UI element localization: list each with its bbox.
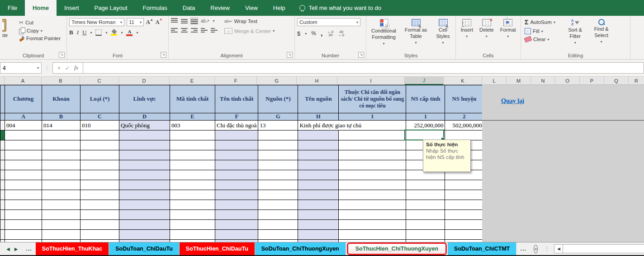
- back-link[interactable]: Quay lại: [501, 98, 524, 105]
- format-painter-button[interactable]: Format Painter: [18, 35, 62, 42]
- cell-ma-tinh-chat[interactable]: 003: [170, 121, 215, 130]
- number-dialog-launcher[interactable]: ↘: [358, 52, 364, 58]
- autosum-button[interactable]: Σ AutoSum ▾: [523, 18, 557, 26]
- align-top-button[interactable]: [171, 18, 178, 24]
- header-khoan[interactable]: Khoản: [42, 85, 80, 113]
- name-box[interactable]: 4 ▾: [0, 62, 42, 74]
- col-K[interactable]: K: [444, 77, 482, 85]
- align-bottom-button[interactable]: [191, 18, 198, 24]
- header-linh-vuc[interactable]: Lĩnh vực: [119, 85, 170, 113]
- active-cell-border[interactable]: [404, 130, 444, 140]
- tab-formulas[interactable]: Formulas: [135, 0, 175, 16]
- tab-view[interactable]: View: [237, 0, 265, 16]
- cell-ns-huyen[interactable]: 502,000,000: [445, 121, 483, 130]
- cell-loai[interactable]: 010: [80, 121, 119, 130]
- increase-decimal-button[interactable]: ←.0.00: [327, 30, 333, 37]
- bold-button[interactable]: B: [69, 29, 73, 36]
- delete-cells-button[interactable]: × Delete ▾: [477, 18, 496, 51]
- paste-button[interactable]: Paste ▾: [2, 19, 8, 43]
- conditional-formatting-button[interactable]: ≠ Conditional Formatting ▾: [368, 18, 400, 51]
- sheet-tab-sodutoan-chidautu[interactable]: SoDuToan_ChiDauTu: [109, 242, 180, 255]
- decrease-decimal-button[interactable]: .00→.0: [338, 30, 344, 37]
- cell-styles-button[interactable]: Cell Styles ▾: [432, 18, 455, 51]
- header-thuoc-chi[interactable]: Thuộc Chi cân đối ngân sách/ Chi từ nguồ…: [339, 85, 406, 113]
- cell-ten-nguon[interactable]: Kinh phí được giao tự chủ: [298, 121, 406, 130]
- insert-function-button[interactable]: fx: [74, 65, 78, 71]
- orientation-button[interactable]: ab↗: [201, 19, 210, 23]
- sheet-tab-sothuchien-chithuongxuyen-active[interactable]: SoThucHien_ChiThuongXuyen: [348, 246, 445, 252]
- scroll-left-button[interactable]: ◀: [554, 244, 563, 253]
- tab-help[interactable]: Help: [265, 0, 293, 16]
- col-C[interactable]: C: [80, 77, 119, 85]
- col-L[interactable]: L: [482, 77, 507, 85]
- borders-button[interactable]: [95, 29, 102, 36]
- col-N[interactable]: N: [531, 77, 555, 85]
- align-right-button[interactable]: [191, 27, 198, 33]
- col-Q[interactable]: Q: [604, 77, 629, 85]
- format-as-table-button[interactable]: Format as Table ▾: [402, 18, 430, 51]
- select-all-corner[interactable]: [0, 77, 5, 85]
- col-A[interactable]: A: [5, 77, 42, 85]
- scroll-track[interactable]: [563, 244, 644, 253]
- decrease-indent-button[interactable]: [201, 27, 208, 33]
- header-loai[interactable]: Loại (*): [80, 85, 119, 113]
- tell-me-box[interactable]: Tell me what you want to do: [293, 0, 388, 16]
- col-F[interactable]: F: [215, 77, 257, 85]
- fill-button[interactable]: ↓ Fill ▾: [523, 28, 557, 35]
- col-G[interactable]: G: [257, 77, 297, 85]
- align-center-button[interactable]: [181, 27, 188, 33]
- sheet-tab-sodutoan-chithuongxuyen[interactable]: SoDuToan_ChiThuongXuyen: [255, 242, 346, 255]
- font-size-combo[interactable]: 11▾: [127, 18, 144, 26]
- clear-button[interactable]: Clear ▾: [523, 36, 557, 42]
- tab-data[interactable]: Data: [175, 0, 203, 16]
- tab-file[interactable]: File: [0, 0, 25, 16]
- header-ns-huyen[interactable]: NS huyện: [445, 85, 483, 113]
- number-format-combo[interactable]: Custom▾: [297, 18, 360, 26]
- sheet-tab-sothuchien-thukhac[interactable]: SoThucHien_ThuKhac: [36, 242, 109, 255]
- col-D[interactable]: D: [119, 77, 170, 85]
- sheet-tab-sodutoan-chictmt[interactable]: SoDuToan_ChiCTMT: [448, 242, 516, 255]
- sheet-tab-sothuchien-chidautu[interactable]: SoThucHien_ChiDauTu: [180, 242, 255, 255]
- font-color-button[interactable]: A: [126, 29, 133, 36]
- tab-page-layout[interactable]: Page Layout: [87, 0, 135, 16]
- cancel-button[interactable]: ×: [57, 65, 61, 71]
- col-I[interactable]: I: [337, 77, 405, 85]
- align-left-button[interactable]: [171, 27, 178, 33]
- col-R[interactable]: R: [629, 77, 644, 85]
- header-nguon[interactable]: Nguồn (*): [258, 85, 298, 113]
- underline-button[interactable]: U: [82, 29, 86, 36]
- percent-button[interactable]: %: [311, 30, 316, 37]
- col-J-selected[interactable]: J: [405, 77, 444, 85]
- font-dialog-launcher[interactable]: ↘: [161, 52, 166, 58]
- sheet-overflow-right[interactable]: ...: [516, 242, 530, 255]
- italic-button[interactable]: I: [77, 29, 79, 36]
- cell-chuong[interactable]: 004: [5, 121, 42, 130]
- col-B[interactable]: B: [42, 77, 80, 85]
- enter-button[interactable]: ✓: [65, 65, 70, 71]
- col-O[interactable]: O: [555, 77, 580, 85]
- increase-indent-button[interactable]: [211, 27, 218, 33]
- clipboard-dialog-launcher[interactable]: ↘: [59, 52, 65, 58]
- sheet-nav-left-icon[interactable]: ◀: [6, 247, 10, 251]
- tab-review[interactable]: Review: [203, 0, 237, 16]
- col-H[interactable]: H: [297, 77, 337, 85]
- insert-cells-button[interactable]: ←← Insert ▾: [458, 18, 475, 51]
- copy-button[interactable]: Copy ▾: [18, 27, 62, 34]
- header-ns-cap-tinh[interactable]: NS cấp tỉnh: [406, 85, 445, 113]
- find-select-button[interactable]: Find & Select ▾: [589, 18, 614, 51]
- header-ten-nguon[interactable]: Tên nguồn: [298, 85, 339, 113]
- sort-filter-button[interactable]: AZ Sort & Filter ▾: [563, 18, 587, 51]
- currency-button[interactable]: $: [297, 30, 300, 37]
- sheet-overflow-left[interactable]: ...: [22, 242, 35, 255]
- align-middle-button[interactable]: [181, 18, 188, 24]
- cell-ten-tinh-chat[interactable]: Chi đặc thù ngoà: [215, 121, 258, 130]
- cell-linh-vuc[interactable]: Quốc phòng: [119, 121, 170, 130]
- header-ma-tinh-chat[interactable]: Mã tính chất: [170, 85, 215, 113]
- sheet-nav-right-icon[interactable]: ▶: [14, 247, 18, 251]
- alignment-dialog-launcher[interactable]: ↘: [287, 52, 293, 58]
- font-family-combo[interactable]: Times New Roman▾: [69, 18, 124, 26]
- col-M[interactable]: M: [507, 77, 531, 85]
- comma-style-button[interactable]: ,: [321, 29, 322, 37]
- shrink-font-button[interactable]: A▼: [156, 19, 163, 26]
- fill-color-button[interactable]: [111, 29, 117, 36]
